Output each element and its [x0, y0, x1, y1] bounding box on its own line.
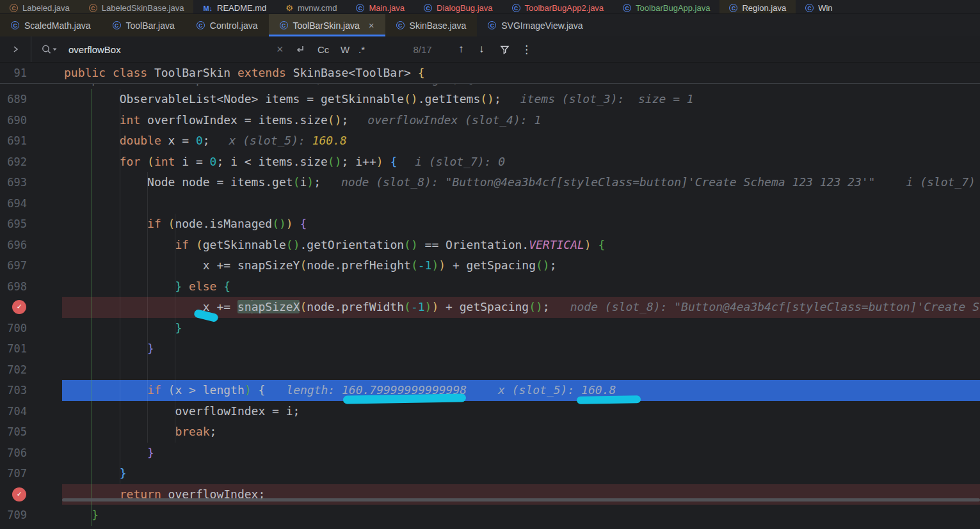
code-line-699[interactable]: ✓ x += snapSizeX(node.prefWidth(-1)) + g… [0, 297, 980, 318]
find-expand-chevron-icon[interactable] [0, 36, 31, 62]
code-line-689[interactable]: 689 ObservableList<Node> items = getSkin… [0, 89, 980, 110]
file-tab-Control.java[interactable]: CControl.java [186, 14, 269, 36]
sticky-code-text: public class ToolBarSkin extends SkinBas… [64, 63, 425, 84]
tab-label: README.md [217, 3, 266, 13]
code-text: if (x > length) {length: 160.79999999999… [64, 380, 616, 401]
regex-toggle[interactable]: .* [358, 36, 365, 62]
code-text: Node node = items.get(i);node (slot_8): … [64, 172, 976, 193]
debugger-inline-hint: overflowIndex (slot_4): 1 [367, 113, 541, 127]
editor-tab-bar-top: CLabeled.javaCLabeledSkinBase.javaM↓READ… [0, 0, 980, 13]
file-tab-ScaledMath.java[interactable]: CScaledMath.java [0, 14, 102, 36]
class-icon: C [424, 4, 432, 12]
code-line-695[interactable]: 695 if (node.isManaged()) { [0, 214, 980, 235]
file-tab-ToolbarBugApp2.java[interactable]: CToolbarBugApp2.java [502, 0, 614, 13]
breakpoint-icon[interactable]: ✓ [12, 487, 26, 501]
previous-match-icon[interactable]: ↑ [458, 36, 464, 62]
file-tab-ToolbarBugApp.java[interactable]: CToolbarBugApp.java [613, 0, 719, 13]
line-number: 704 [0, 405, 62, 418]
code-text: for (int i = 0; i < items.size(); i++) {… [64, 152, 505, 173]
line-number: 701 [0, 342, 62, 355]
breakpoint-icon[interactable]: ✓ [12, 300, 26, 314]
class-icon: C [396, 21, 405, 29]
tab-label: SVGImageView.java [501, 20, 582, 31]
code-text: } [64, 338, 154, 359]
match-case-toggle[interactable]: Cc [317, 36, 329, 62]
file-tab-Labeled.java[interactable]: CLabeled.java [0, 0, 79, 13]
sticky-header-line[interactable]: 91 public class ToolBarSkin extends Skin… [0, 63, 980, 84]
class-icon: C [113, 21, 121, 29]
code-line-698[interactable]: 698 } else { [0, 276, 980, 297]
file-tab-SkinBase.java[interactable]: CSkinBase.java [385, 14, 478, 36]
class-icon: C [488, 21, 496, 29]
code-text: if (node.isManaged()) { [64, 214, 307, 235]
code-line-696[interactable]: 696 if (getSkinnable().getOrientation() … [0, 235, 980, 256]
code-line-701[interactable]: 701 } [0, 338, 980, 359]
code-editor[interactable]: 91 public class ToolBarSkin extends Skin… [0, 63, 980, 503]
line-number: 696 [0, 239, 62, 251]
code-line-691[interactable]: 691 double x = 0;x (slot_5): 160.8 [0, 130, 980, 152]
debugger-inline-hint: x (slot_5): [229, 134, 312, 147]
file-tab-Region.java[interactable]: CRegion.java [719, 0, 796, 13]
horizontal-scrollbar[interactable] [62, 498, 980, 501]
next-match-icon[interactable]: ↓ [479, 36, 485, 62]
code-text: int overflowIndex = items.size();overflo… [64, 110, 541, 131]
code-line-692[interactable]: 692 for (int i = 0; i < items.size(); i+… [0, 152, 980, 173]
code-line-706[interactable]: 706 } [0, 443, 980, 464]
tab-label: SkinBase.java [410, 20, 467, 31]
line-number: 697 [0, 259, 62, 272]
file-tab-Win[interactable]: CWin [796, 0, 842, 13]
tab-label: Labeled.java [22, 3, 70, 13]
search-input[interactable]: overflowBox [68, 36, 121, 62]
gear-icon: ⚙ [285, 4, 293, 12]
tab-label: ToolBarSkin.java [293, 20, 360, 31]
insert-newline-icon[interactable] [294, 36, 305, 62]
code-line-703[interactable]: 703 if (x > length) {length: 160.7999999… [0, 380, 980, 401]
search-icon[interactable] [41, 36, 58, 62]
file-tab-ToolBar.java[interactable]: CToolBar.java [102, 14, 186, 36]
code-line-690[interactable]: 690 int overflowIndex = items.size();ove… [0, 110, 980, 131]
code-text: x += snapSizeY(node.prefHeight(-1)) + ge… [64, 255, 557, 276]
whole-words-toggle[interactable]: W [341, 36, 349, 62]
file-tab-Main.java[interactable]: CMain.java [346, 0, 414, 13]
code-line-697[interactable]: 697 x += snapSizeY(node.prefHeight(-1)) … [0, 255, 980, 276]
file-tab-ToolBarSkin.java[interactable]: CToolBarSkin.java× [269, 14, 385, 36]
class-icon: C [280, 21, 288, 29]
code-line-705[interactable]: 705 break; [0, 422, 980, 443]
line-number: 695 [0, 217, 62, 230]
code-text: } else { [64, 276, 230, 297]
class-icon: C [89, 4, 97, 12]
class-icon: C [356, 4, 364, 12]
clear-search-icon[interactable]: × [277, 36, 284, 62]
file-tab-SVGImageView.java[interactable]: CSVGImageView.java [477, 14, 593, 36]
class-icon: C [11, 21, 19, 29]
file-tab-README.md[interactable]: M↓README.md [193, 0, 276, 13]
tab-label: mvnw.cmd [298, 3, 337, 13]
debugger-inline-hint: i (slot_7) [906, 175, 975, 189]
line-number: 709 [0, 509, 62, 521]
debugger-inline-hint: i (slot_7): 0 [415, 155, 505, 168]
line-number: 700 [0, 322, 62, 335]
close-tab-icon[interactable]: × [369, 20, 374, 30]
code-lines: 689 ObservableList<Node> items = getSkin… [0, 89, 980, 526]
search-filter-icon[interactable] [499, 36, 510, 62]
tab-label: Main.java [369, 3, 405, 13]
code-text: } [64, 463, 127, 484]
tab-label: ToolBar.java [126, 20, 175, 31]
class-icon: C [512, 4, 520, 12]
code-line-708[interactable]: ✓ return overflowIndex; [0, 484, 980, 505]
line-number: 698 [0, 280, 62, 293]
search-more-options-icon[interactable]: ⋮ [521, 36, 532, 62]
sticky-line-number: 91 [0, 67, 62, 79]
code-text: break; [64, 422, 216, 443]
line-number: 693 [0, 176, 62, 189]
file-tab-DialogBug.java[interactable]: CDialogBug.java [414, 0, 502, 13]
code-line-704[interactable]: 704 overflowIndex = i; [0, 401, 980, 422]
code-line-707[interactable]: 707 } [0, 463, 980, 484]
code-text: double x = 0;x (slot_5): 160.8 [64, 130, 347, 152]
code-line-693[interactable]: 693 Node node = items.get(i);node (slot_… [0, 172, 980, 193]
code-text: return overflowIndex; [64, 484, 265, 505]
code-line-700[interactable]: 700 } [0, 318, 980, 339]
file-tab-LabeledSkinBase.java[interactable]: CLabeledSkinBase.java [79, 0, 194, 13]
code-line-709[interactable]: 709 } [0, 505, 980, 526]
file-tab-mvnw.cmd[interactable]: ⚙mvnw.cmd [276, 0, 346, 13]
